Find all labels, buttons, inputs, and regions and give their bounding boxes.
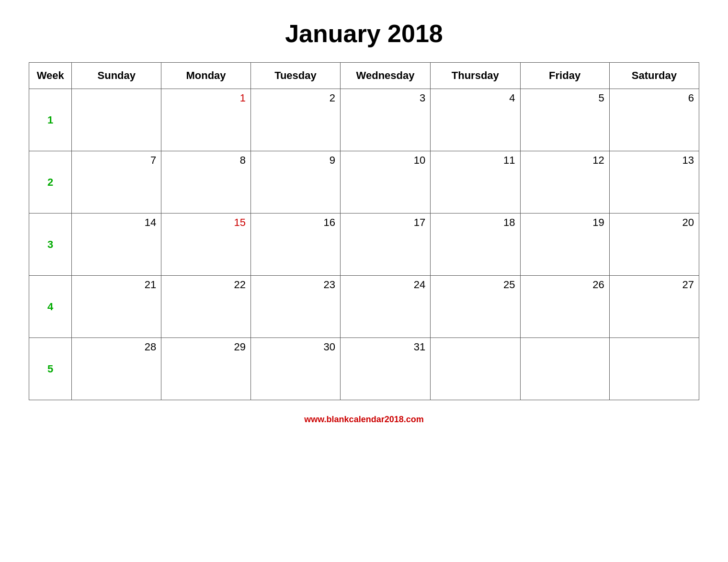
week-number: 1 (47, 114, 53, 126)
header-sunday: Sunday (72, 63, 161, 89)
day-cell (520, 338, 609, 400)
day-number: 10 (343, 154, 425, 167)
day-cell: 10 (340, 151, 430, 214)
header-week: Week (29, 63, 72, 89)
day-number: 19 (523, 216, 604, 229)
day-number: 20 (613, 216, 694, 229)
day-number: 3 (343, 92, 425, 104)
day-number: 5 (523, 92, 604, 104)
day-cell: 26 (520, 276, 609, 338)
day-cell: 3 (340, 89, 430, 151)
header-saturday: Saturday (609, 63, 699, 89)
day-cell: 1 (161, 89, 251, 151)
day-number: 27 (613, 279, 694, 291)
day-cell (609, 338, 699, 400)
day-cell: 14 (72, 214, 161, 276)
day-cell: 6 (609, 89, 699, 151)
day-number: 11 (433, 154, 515, 167)
day-cell: 24 (340, 276, 430, 338)
table-row: 421222324252627 (29, 276, 699, 338)
day-cell: 15 (161, 214, 251, 276)
week-number-cell: 1 (29, 89, 72, 151)
day-cell (72, 89, 161, 151)
day-number: 21 (75, 279, 156, 291)
day-cell (431, 338, 520, 400)
day-number: 4 (433, 92, 515, 104)
day-number: 7 (75, 154, 156, 167)
day-number: 15 (164, 216, 246, 229)
week-number: 2 (47, 176, 53, 188)
day-cell: 16 (250, 214, 340, 276)
header-wednesday: Wednesday (340, 63, 430, 89)
day-number: 25 (433, 279, 515, 291)
day-number: 14 (75, 216, 156, 229)
day-cell: 21 (72, 276, 161, 338)
day-number: 1 (164, 92, 246, 104)
day-number: 28 (75, 341, 156, 353)
day-number: 29 (164, 341, 246, 353)
day-number: 26 (523, 279, 604, 291)
day-cell: 18 (431, 214, 520, 276)
week-number-cell: 5 (29, 338, 72, 400)
week-number: 3 (47, 238, 53, 250)
day-number: 16 (254, 216, 335, 229)
table-row: 314151617181920 (29, 214, 699, 276)
day-cell: 2 (250, 89, 340, 151)
day-number: 17 (343, 216, 425, 229)
day-cell: 11 (431, 151, 520, 214)
day-number: 31 (343, 341, 425, 353)
header-thursday: Thursday (431, 63, 520, 89)
day-cell: 9 (250, 151, 340, 214)
day-cell: 4 (431, 89, 520, 151)
table-row: 1123456 (29, 89, 699, 151)
day-number: 18 (433, 216, 515, 229)
week-number: 4 (47, 301, 53, 313)
footer-url: www.blankcalendar2018.com (304, 415, 423, 425)
day-cell: 28 (72, 338, 161, 400)
day-cell: 29 (161, 338, 251, 400)
calendar-table: Week Sunday Monday Tuesday Wednesday Thu… (29, 62, 699, 400)
day-cell: 23 (250, 276, 340, 338)
day-cell: 17 (340, 214, 430, 276)
day-cell: 12 (520, 151, 609, 214)
day-cell: 22 (161, 276, 251, 338)
day-cell: 20 (609, 214, 699, 276)
week-number: 5 (47, 363, 53, 375)
day-number: 9 (254, 154, 335, 167)
header-tuesday: Tuesday (250, 63, 340, 89)
day-cell: 25 (431, 276, 520, 338)
day-number: 30 (254, 341, 335, 353)
header-row: Week Sunday Monday Tuesday Wednesday Thu… (29, 63, 699, 89)
table-row: 528293031 (29, 338, 699, 400)
table-row: 278910111213 (29, 151, 699, 214)
day-cell: 31 (340, 338, 430, 400)
week-number-cell: 2 (29, 151, 72, 214)
day-number: 8 (164, 154, 246, 167)
day-cell: 27 (609, 276, 699, 338)
page-title: January 2018 (285, 19, 443, 48)
day-number: 2 (254, 92, 335, 104)
day-cell: 13 (609, 151, 699, 214)
day-cell: 30 (250, 338, 340, 400)
header-friday: Friday (520, 63, 609, 89)
day-cell: 8 (161, 151, 251, 214)
day-cell: 19 (520, 214, 609, 276)
day-number: 13 (613, 154, 694, 167)
day-number: 24 (343, 279, 425, 291)
header-monday: Monday (161, 63, 251, 89)
day-cell: 5 (520, 89, 609, 151)
day-number: 23 (254, 279, 335, 291)
day-number: 6 (613, 92, 694, 104)
week-number-cell: 4 (29, 276, 72, 338)
day-number: 22 (164, 279, 246, 291)
day-cell: 7 (72, 151, 161, 214)
day-number: 12 (523, 154, 604, 167)
week-number-cell: 3 (29, 214, 72, 276)
